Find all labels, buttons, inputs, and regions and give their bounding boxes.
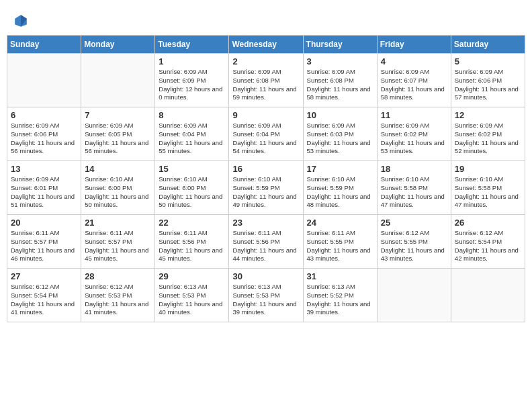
day-number: 3	[307, 56, 373, 66]
day-info: Sunrise: 6:09 AMSunset: 6:08 PMDaylight:…	[232, 68, 299, 102]
day-number: 30	[232, 271, 299, 281]
header-saturday: Saturday	[451, 36, 525, 54]
day-cell: 16Sunrise: 6:10 AMSunset: 5:59 PMDayligh…	[229, 161, 303, 215]
day-number: 12	[455, 110, 521, 120]
day-number: 8	[159, 110, 225, 120]
day-info: Sunrise: 6:10 AMSunset: 6:00 PMDaylight:…	[159, 175, 225, 210]
header-sunday: Sunday	[7, 36, 81, 54]
day-info: Sunrise: 6:12 AMSunset: 5:53 PMDaylight:…	[85, 283, 151, 317]
day-cell: 23Sunrise: 6:11 AMSunset: 5:56 PMDayligh…	[229, 215, 303, 269]
day-number: 23	[232, 218, 299, 228]
day-cell: 21Sunrise: 6:11 AMSunset: 5:57 PMDayligh…	[81, 215, 155, 269]
day-number: 6	[11, 110, 77, 120]
day-info: Sunrise: 6:09 AMSunset: 6:02 PMDaylight:…	[455, 122, 521, 156]
day-info: Sunrise: 6:12 AMSunset: 5:54 PMDaylight:…	[455, 229, 521, 263]
day-cell	[377, 269, 451, 322]
day-info: Sunrise: 6:12 AMSunset: 5:54 PMDaylight:…	[11, 283, 77, 317]
day-cell: 18Sunrise: 6:10 AMSunset: 5:58 PMDayligh…	[377, 161, 451, 215]
day-number: 7	[85, 110, 151, 120]
day-number: 29	[159, 271, 225, 281]
day-info: Sunrise: 6:09 AMSunset: 6:06 PMDaylight:…	[455, 68, 521, 102]
day-number: 21	[85, 218, 151, 228]
day-number: 19	[455, 164, 521, 174]
day-number: 2	[232, 56, 299, 66]
day-cell: 10Sunrise: 6:09 AMSunset: 6:03 PMDayligh…	[303, 107, 377, 161]
day-number: 9	[232, 110, 299, 120]
day-info: Sunrise: 6:10 AMSunset: 5:58 PMDaylight:…	[381, 175, 447, 210]
day-info: Sunrise: 6:09 AMSunset: 6:06 PMDaylight:…	[11, 122, 77, 156]
header-monday: Monday	[81, 36, 155, 54]
day-info: Sunrise: 6:11 AMSunset: 5:55 PMDaylight:…	[307, 229, 373, 263]
day-number: 16	[232, 164, 299, 174]
calendar-table: SundayMondayTuesdayWednesdayThursdayFrid…	[7, 35, 525, 322]
day-info: Sunrise: 6:09 AMSunset: 6:02 PMDaylight:…	[381, 122, 447, 156]
header-wednesday: Wednesday	[229, 36, 303, 54]
day-cell: 12Sunrise: 6:09 AMSunset: 6:02 PMDayligh…	[451, 107, 525, 161]
day-info: Sunrise: 6:13 AMSunset: 5:53 PMDaylight:…	[159, 283, 225, 317]
page-header	[7, 7, 525, 32]
day-info: Sunrise: 6:09 AMSunset: 6:08 PMDaylight:…	[307, 68, 373, 102]
logo	[13, 13, 31, 28]
day-info: Sunrise: 6:10 AMSunset: 5:59 PMDaylight:…	[307, 175, 373, 210]
calendar-header-row: SundayMondayTuesdayWednesdayThursdayFrid…	[7, 36, 525, 54]
day-cell: 8Sunrise: 6:09 AMSunset: 6:04 PMDaylight…	[155, 107, 229, 161]
day-number: 28	[85, 271, 151, 281]
day-cell: 13Sunrise: 6:09 AMSunset: 6:01 PMDayligh…	[7, 161, 81, 215]
logo-icon	[13, 13, 28, 28]
day-info: Sunrise: 6:11 AMSunset: 5:57 PMDaylight:…	[11, 229, 77, 263]
day-info: Sunrise: 6:11 AMSunset: 5:56 PMDaylight:…	[232, 229, 299, 263]
day-cell: 9Sunrise: 6:09 AMSunset: 6:04 PMDaylight…	[229, 107, 303, 161]
day-number: 10	[307, 110, 373, 120]
day-cell: 6Sunrise: 6:09 AMSunset: 6:06 PMDaylight…	[7, 107, 81, 161]
day-info: Sunrise: 6:09 AMSunset: 6:09 PMDaylight:…	[159, 68, 225, 102]
day-number: 27	[11, 271, 77, 281]
header-tuesday: Tuesday	[155, 36, 229, 54]
day-cell: 19Sunrise: 6:10 AMSunset: 5:58 PMDayligh…	[451, 161, 525, 215]
week-row-2: 6Sunrise: 6:09 AMSunset: 6:06 PMDaylight…	[7, 107, 525, 161]
day-cell	[451, 269, 525, 322]
day-cell: 3Sunrise: 6:09 AMSunset: 6:08 PMDaylight…	[303, 54, 377, 107]
day-cell: 31Sunrise: 6:13 AMSunset: 5:52 PMDayligh…	[303, 269, 377, 322]
day-cell: 25Sunrise: 6:12 AMSunset: 5:55 PMDayligh…	[377, 215, 451, 269]
day-cell: 24Sunrise: 6:11 AMSunset: 5:55 PMDayligh…	[303, 215, 377, 269]
day-cell	[7, 54, 81, 107]
day-number: 13	[11, 164, 77, 174]
day-cell: 7Sunrise: 6:09 AMSunset: 6:05 PMDaylight…	[81, 107, 155, 161]
day-number: 20	[11, 218, 77, 228]
day-info: Sunrise: 6:09 AMSunset: 6:07 PMDaylight:…	[381, 68, 447, 102]
day-cell: 27Sunrise: 6:12 AMSunset: 5:54 PMDayligh…	[7, 269, 81, 322]
day-number: 25	[381, 218, 447, 228]
day-cell	[81, 54, 155, 107]
header-thursday: Thursday	[303, 36, 377, 54]
day-cell: 1Sunrise: 6:09 AMSunset: 6:09 PMDaylight…	[155, 54, 229, 107]
day-info: Sunrise: 6:12 AMSunset: 5:55 PMDaylight:…	[381, 229, 447, 263]
day-cell: 11Sunrise: 6:09 AMSunset: 6:02 PMDayligh…	[377, 107, 451, 161]
day-info: Sunrise: 6:10 AMSunset: 6:00 PMDaylight:…	[85, 175, 151, 210]
day-info: Sunrise: 6:11 AMSunset: 5:57 PMDaylight:…	[85, 229, 151, 263]
day-number: 24	[307, 218, 373, 228]
day-cell: 28Sunrise: 6:12 AMSunset: 5:53 PMDayligh…	[81, 269, 155, 322]
day-cell: 17Sunrise: 6:10 AMSunset: 5:59 PMDayligh…	[303, 161, 377, 215]
day-info: Sunrise: 6:09 AMSunset: 6:04 PMDaylight:…	[159, 122, 225, 156]
day-cell: 26Sunrise: 6:12 AMSunset: 5:54 PMDayligh…	[451, 215, 525, 269]
day-cell: 20Sunrise: 6:11 AMSunset: 5:57 PMDayligh…	[7, 215, 81, 269]
day-cell: 30Sunrise: 6:13 AMSunset: 5:53 PMDayligh…	[229, 269, 303, 322]
day-info: Sunrise: 6:10 AMSunset: 5:59 PMDaylight:…	[232, 175, 299, 210]
day-number: 15	[159, 164, 225, 174]
day-number: 5	[455, 56, 521, 66]
day-number: 4	[381, 56, 447, 66]
day-number: 26	[455, 218, 521, 228]
day-number: 11	[381, 110, 447, 120]
day-cell: 29Sunrise: 6:13 AMSunset: 5:53 PMDayligh…	[155, 269, 229, 322]
day-cell: 22Sunrise: 6:11 AMSunset: 5:56 PMDayligh…	[155, 215, 229, 269]
day-number: 14	[85, 164, 151, 174]
week-row-3: 13Sunrise: 6:09 AMSunset: 6:01 PMDayligh…	[7, 161, 525, 215]
day-info: Sunrise: 6:10 AMSunset: 5:58 PMDaylight:…	[455, 175, 521, 210]
day-info: Sunrise: 6:11 AMSunset: 5:56 PMDaylight:…	[159, 229, 225, 263]
week-row-5: 27Sunrise: 6:12 AMSunset: 5:54 PMDayligh…	[7, 269, 525, 322]
day-cell: 15Sunrise: 6:10 AMSunset: 6:00 PMDayligh…	[155, 161, 229, 215]
day-number: 18	[381, 164, 447, 174]
day-cell: 5Sunrise: 6:09 AMSunset: 6:06 PMDaylight…	[451, 54, 525, 107]
day-number: 31	[307, 271, 373, 281]
day-cell: 4Sunrise: 6:09 AMSunset: 6:07 PMDaylight…	[377, 54, 451, 107]
